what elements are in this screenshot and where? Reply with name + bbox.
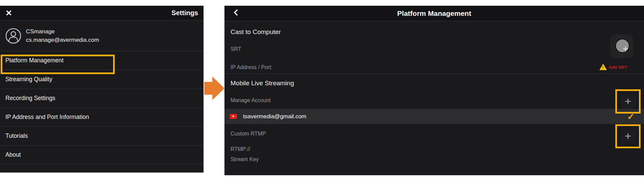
arrow-right-head-icon <box>212 76 224 100</box>
menu-item-label: About <box>5 151 21 158</box>
plus-icon: + <box>625 130 632 142</box>
avatar-icon <box>5 28 21 44</box>
menu-item-label: IP Address and Port Information <box>5 114 89 121</box>
sidebar-item-tutorials[interactable]: Tutorials <box>0 127 204 146</box>
mobile-live-streaming-label: Mobile Live Streaming <box>231 80 294 87</box>
rtmp-url-label[interactable]: RTMP:// <box>231 146 250 152</box>
arrow-right-icon <box>204 82 213 95</box>
account-email: tsavermedia@gmail.com <box>243 113 306 120</box>
stream-key-label[interactable]: Stream Key <box>231 156 259 162</box>
highlight-box-add-account: + <box>615 89 641 114</box>
profile-text: CSmanage cs.manage@avermedia.com <box>26 28 99 43</box>
add-srt-label[interactable]: Add SRT <box>609 65 627 70</box>
profile-email: cs.manage@avermedia.com <box>26 37 99 43</box>
settings-menu: Platform Management Streaming Quality Re… <box>0 51 204 164</box>
srt-label[interactable]: SRT <box>231 46 241 52</box>
settings-header: ✕ Settings <box>0 6 204 21</box>
settings-panel: ✕ Settings CSmanage cs.manage@avermedia.… <box>0 6 204 173</box>
warning-exclamation: ! <box>602 65 603 69</box>
sidebar-item-ip-address-port-information[interactable]: IP Address and Port Information <box>0 108 204 127</box>
settings-title: Settings <box>171 9 198 17</box>
plus-icon: + <box>625 95 632 107</box>
custom-rtmp-label: Custom RTMP <box>231 131 266 137</box>
profile-name: CSmanage <box>26 28 99 35</box>
profile-row[interactable]: CSmanage cs.manage@avermedia.com <box>0 21 204 51</box>
section-divider <box>224 73 644 74</box>
cast-device-plus-icon: + <box>623 44 628 54</box>
menu-item-label: Recording Settings <box>5 95 55 102</box>
back-chevron-icon[interactable] <box>234 9 240 16</box>
sidebar-item-about[interactable]: About <box>0 146 204 164</box>
ip-address-port-label[interactable]: IP Address / Port: <box>231 64 272 70</box>
sidebar-item-platform-management[interactable]: Platform Management <box>0 51 204 70</box>
youtube-play-icon <box>233 115 235 117</box>
cast-to-computer-label: Cast to Computer <box>231 28 281 36</box>
highlight-box-add-custom-rtmp: + <box>615 124 641 148</box>
sidebar-item-streaming-quality[interactable]: Streaming Quality <box>0 70 204 89</box>
screenshot-canvas: ✕ Settings CSmanage cs.manage@avermedia.… <box>0 0 644 184</box>
manage-account-label: Manage Account <box>231 97 271 103</box>
add-custom-rtmp-button[interactable]: + <box>620 129 636 144</box>
sidebar-item-recording-settings[interactable]: Recording Settings <box>0 89 204 108</box>
menu-item-label: Tutorials <box>5 132 28 140</box>
menu-item-label: Platform Management <box>5 57 63 64</box>
add-account-button[interactable]: + <box>620 94 636 109</box>
platform-management-panel: Platform Management Cast to Computer SRT… <box>224 6 644 175</box>
youtube-account-row[interactable]: tsavermedia@gmail.com ✓ <box>224 109 644 124</box>
platform-header: Platform Management <box>224 6 644 21</box>
cast-device-button[interactable]: + <box>610 34 633 58</box>
platform-title: Platform Management <box>397 9 471 18</box>
youtube-icon <box>230 114 237 119</box>
close-icon[interactable]: ✕ <box>5 9 12 17</box>
menu-item-label: Streaming Quality <box>5 76 52 83</box>
